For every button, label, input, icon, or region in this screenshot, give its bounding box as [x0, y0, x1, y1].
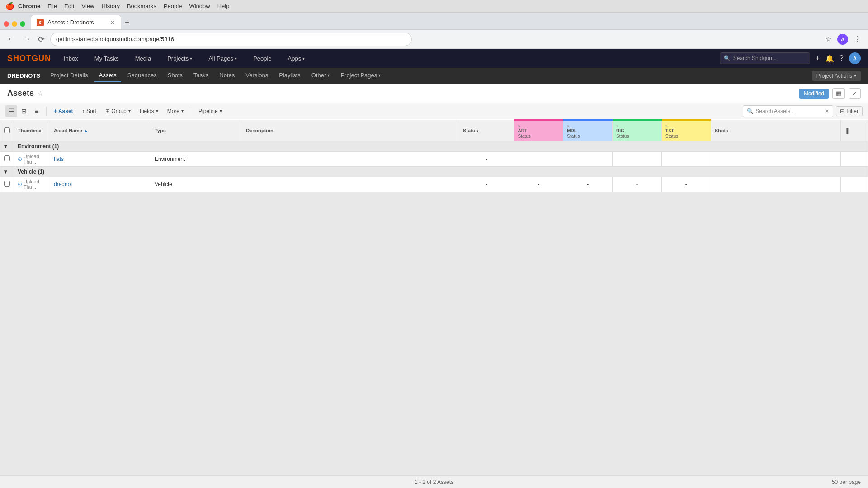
nav-media[interactable]: Media [132, 53, 155, 64]
nav-people[interactable]: People [250, 53, 275, 64]
nav-shots[interactable]: Shots [163, 69, 187, 82]
apple-menu-icon[interactable]: 🍎 [5, 2, 14, 10]
upload-thumbnail-button-2[interactable]: ⊙ Upload Thu... [18, 179, 46, 190]
sort-button[interactable]: ↑ Sort [79, 106, 100, 116]
menu-edit[interactable]: Edit [64, 3, 74, 9]
row-shots-cell [711, 152, 841, 167]
col-extra[interactable]: ▐ [841, 120, 868, 141]
search-clear-icon[interactable]: ✕ [825, 108, 829, 114]
nav-tasks[interactable]: Tasks [189, 69, 213, 82]
menu-people[interactable]: People [164, 3, 182, 9]
group-environment[interactable]: ▾ Environment (1) [0, 141, 868, 152]
forward-button[interactable]: → [21, 33, 33, 46]
sg-search-bar[interactable]: 🔍 Search Shotgun... [720, 52, 810, 64]
row2-extra-cell [841, 177, 868, 192]
view-mode-icons: ☰ ⊞ ≡ [5, 105, 42, 117]
group-expand-cell[interactable]: ▾ [0, 141, 14, 152]
sg-logo[interactable]: SHOTGUN [7, 54, 51, 63]
back-button[interactable]: ← [5, 33, 17, 46]
expand-view-button[interactable]: ⤢ [849, 88, 861, 99]
col-thumbnail[interactable]: Thumbnail [14, 120, 50, 141]
compact-view-icon[interactable]: ≡ [31, 105, 42, 117]
new-tab-button[interactable]: + [125, 19, 130, 27]
col-art-status[interactable]: » ART Status [514, 120, 563, 141]
grid-view-button[interactable]: ▦ [832, 88, 845, 99]
tab-close-button[interactable]: ✕ [110, 19, 115, 26]
menu-view[interactable]: View [81, 3, 94, 9]
fields-button[interactable]: Fields ▾ [136, 106, 162, 116]
minimize-window-button[interactable] [12, 21, 17, 27]
row2-mdl-status-cell: - [563, 177, 613, 192]
group-vehicle-expand-cell[interactable]: ▾ [0, 167, 14, 177]
add-button[interactable]: + [816, 54, 820, 62]
asset-name-link-2[interactable]: drednot [54, 181, 72, 188]
menu-bookmarks[interactable]: Bookmarks [127, 3, 156, 9]
nav-project-details[interactable]: Project Details [46, 69, 93, 82]
col-asset-name[interactable]: Asset Name ▲ [50, 120, 151, 141]
grid-view-icon[interactable]: ⊞ [18, 105, 30, 117]
menu-help[interactable]: Help [217, 3, 230, 9]
status-bar: 1 - 2 of 2 Assets 50 per page [0, 475, 868, 488]
nav-inbox[interactable]: Inbox [60, 53, 82, 64]
active-tab[interactable]: S Assets : Drednots ✕ [31, 15, 121, 29]
row-checkbox[interactable] [4, 155, 10, 161]
col-type[interactable]: Type [151, 120, 242, 141]
col-checkbox[interactable] [0, 120, 14, 141]
nav-all-pages[interactable]: All Pages ▾ [205, 53, 241, 64]
menu-window[interactable]: Window [189, 3, 210, 9]
bookmark-star-button[interactable]: ☆ [824, 33, 834, 45]
project-actions-button[interactable]: Project Actions ▾ [812, 71, 861, 81]
nav-notes[interactable]: Notes [215, 69, 239, 82]
menu-history[interactable]: History [101, 3, 119, 9]
more-button[interactable]: More ▾ [164, 106, 187, 116]
nav-sequences[interactable]: Sequences [123, 69, 161, 82]
reload-button[interactable]: ⟳ [36, 33, 47, 46]
nav-project-pages[interactable]: Project Pages ▾ [336, 69, 385, 82]
help-button[interactable]: ? [840, 54, 844, 62]
nav-playlists[interactable]: Playlists [274, 69, 305, 82]
close-window-button[interactable] [4, 21, 9, 27]
project-name[interactable]: DREDNOTS [7, 72, 40, 79]
add-asset-button[interactable]: + Asset [50, 106, 77, 116]
group-button[interactable]: ⊞ Group ▾ [102, 106, 134, 116]
sg-user-avatar[interactable]: A [849, 52, 861, 64]
col-description[interactable]: Description [242, 120, 459, 141]
row2-checkbox[interactable] [4, 181, 10, 187]
nav-apps[interactable]: Apps ▾ [284, 53, 309, 64]
modified-button[interactable]: Modified [799, 89, 829, 99]
upload-thumbnail-button[interactable]: ⊙ Upload Thu... [18, 154, 46, 164]
menu-file[interactable]: File [47, 3, 57, 9]
menu-chrome[interactable]: Chrome [18, 3, 40, 9]
col-mdl-status[interactable]: » MDL Status [563, 120, 613, 141]
url-text: getting-started.shotgunstudio.com/page/5… [56, 36, 174, 42]
col-status[interactable]: Status [459, 120, 514, 141]
address-bar[interactable]: getting-started.shotgunstudio.com/page/5… [50, 33, 412, 46]
col-txt-status[interactable]: » TXT Status [661, 120, 711, 141]
filter-button[interactable]: ⊟ Filter [836, 106, 863, 116]
select-all-checkbox[interactable] [4, 127, 10, 133]
nav-other[interactable]: Other ▾ [307, 69, 335, 82]
notifications-button[interactable]: 🔔 [825, 54, 834, 63]
nav-projects[interactable]: Projects ▾ [164, 53, 196, 64]
list-view-icon[interactable]: ☰ [5, 105, 17, 117]
row2-rig-status-cell: - [613, 177, 662, 192]
col-shots[interactable]: Shots [711, 120, 841, 141]
toolbar-separator-1 [46, 107, 47, 116]
nav-versions[interactable]: Versions [241, 69, 273, 82]
row-checkbox-cell[interactable] [0, 152, 14, 167]
nav-my-tasks[interactable]: My Tasks [91, 53, 123, 64]
row2-checkbox-cell[interactable] [0, 177, 14, 192]
search-assets-icon: 🔍 [747, 108, 754, 114]
nav-assets[interactable]: Assets [94, 69, 121, 82]
group-vehicle[interactable]: ▾ Vehicle (1) [0, 167, 868, 177]
col-rig-status[interactable]: » RIG Status [613, 120, 662, 141]
row2-art-status-cell: - [514, 177, 563, 192]
chrome-menu-button[interactable]: ⋮ [852, 33, 863, 45]
page-header-right: Modified ▦ ⤢ [799, 88, 861, 99]
search-assets-box[interactable]: 🔍 Search Assets... ✕ [743, 105, 833, 117]
maximize-window-button[interactable] [20, 21, 25, 27]
pipeline-button[interactable]: Pipeline ▾ [195, 106, 226, 116]
row2-txt-status-cell: - [661, 177, 711, 192]
asset-name-link[interactable]: flats [54, 156, 64, 162]
favorite-star-button[interactable]: ☆ [38, 90, 43, 97]
